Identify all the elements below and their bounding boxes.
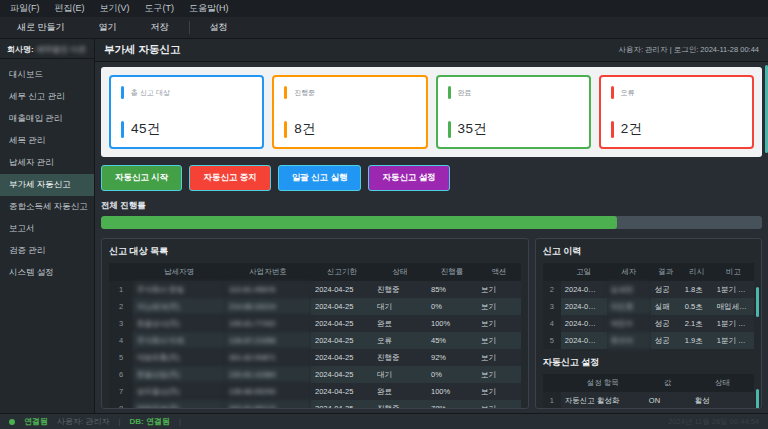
sidebar-item-sales-purchase-mgmt[interactable]: 매출매입 관리 [0, 108, 94, 130]
stat-value: 8건 [294, 120, 316, 138]
menu-file[interactable]: 파일(F) [10, 2, 40, 15]
due-date: 2024-04-25 [311, 281, 373, 298]
report-row[interactable]: 8 태영건설(주) 402-81-66173 2024-04-25 진행중 78… [109, 400, 521, 409]
col-report-date: 고일 [561, 263, 607, 281]
duration: 1.9초 [681, 332, 713, 349]
col-action: 액션 [477, 263, 521, 281]
menu-edit[interactable]: 편집(E) [55, 2, 85, 15]
stat-label: 총 신고 대상 [131, 88, 170, 98]
business-number: 135-86-55290 [225, 383, 311, 400]
due-date: 2024-04-25 [311, 332, 373, 349]
col-due-date: 신고기한 [311, 263, 373, 281]
stat-label: 완료 [458, 88, 472, 98]
sidebar-nav: 대시보드 세무 신고 관리 매출매입 관리 세목 관리 납세자 관리 부가세 자… [0, 59, 94, 284]
overall-progress-label: 전체 진행률 [101, 200, 762, 212]
report-row[interactable]: 4 주식회사 미래 128-87-21056 2024-04-25 오류 45%… [109, 332, 521, 349]
business-number: 402-81-66173 [225, 400, 311, 409]
stat-card-completed: 완료 35건 [436, 75, 591, 149]
settings-scrollbar[interactable] [756, 389, 759, 409]
auto-report-settings-button[interactable]: 자동신고 설정 [368, 165, 449, 191]
business-number: 220-81-10384 [225, 366, 311, 383]
save-button[interactable]: 저장 [134, 17, 186, 38]
sidebar-item-system-settings[interactable]: 시스템 설정 [0, 262, 94, 284]
row-number: 7 [109, 383, 133, 400]
sidebar-item-reports[interactable]: 보고서 [0, 218, 94, 240]
status: 완료 [373, 383, 427, 400]
row-number: 2 [543, 281, 561, 298]
page-title: 부가세 자동신고 [104, 43, 180, 57]
col-business-number: 사업자번호 [225, 263, 311, 281]
progress: 78% [427, 400, 477, 409]
view-action[interactable]: 보기 [477, 349, 521, 366]
row-number: 4 [109, 332, 133, 349]
open-button[interactable]: 열기 [82, 17, 134, 38]
business-number: 301-82-99871 [225, 349, 311, 366]
app-window: 파일(F) 편집(E) 보기(V) 도구(T) 도움말(H) 새로 만들기 열기… [0, 0, 768, 429]
status-separator: | [118, 417, 120, 426]
taxpayer: 이도현 [607, 298, 651, 315]
sidebar-item-tax-report-mgmt[interactable]: 세무 신고 관리 [0, 86, 94, 108]
history-row[interactable]: 2 2024-0… 김세진 성공 1.8초 1분기 … [543, 281, 754, 298]
stat-tick [448, 86, 451, 99]
history-scrollbar[interactable] [756, 287, 759, 317]
stat-label: 진행중 [294, 88, 315, 98]
report-row[interactable]: 6 한결산업(주) 220-81-10384 2024-04-25 대기 0% … [109, 366, 521, 383]
business-number: 214-86-33219 [225, 298, 311, 315]
view-action[interactable]: 보기 [477, 332, 521, 349]
sidebar-item-income-tax-auto-report[interactable]: 종합소득세 자동신고 [0, 196, 94, 218]
menu-view[interactable]: 보기(V) [100, 2, 130, 15]
view-action[interactable]: 보기 [477, 298, 521, 315]
report-row[interactable]: 7 성우물산(주) 135-86-55290 2024-04-25 완료 100… [109, 383, 521, 400]
sidebar-item-taxpayer-mgmt[interactable]: 납세자 관리 [0, 152, 94, 174]
view-action[interactable]: 보기 [477, 315, 521, 332]
menu-tools[interactable]: 도구(T) [145, 2, 175, 15]
start-auto-report-button[interactable]: 자동신고 시작 [101, 165, 182, 191]
stat-value: 35건 [458, 120, 488, 138]
report-list-panel: 신고 대상 목록 납세자명 사업자번호 신고기한 상태 진행률 [101, 238, 529, 409]
taxpayer-name: 한울상사(주) [133, 315, 225, 332]
view-action[interactable]: 보기 [477, 400, 521, 409]
report-row[interactable]: 1 주식회사 한빛 110-81-45678 2024-04-25 진행중 85… [109, 281, 521, 298]
status-bar: 연결됨 사용자: 관리자 | DB: 연결됨 | 2024년 11월 28일 0… [0, 413, 768, 429]
report-row[interactable]: 2 이노테크(주) 214-86-33219 2024-04-25 대기 0% … [109, 298, 521, 315]
stat-tick [121, 86, 124, 99]
history-row[interactable]: 3 2024-0… 이도현 실패 0.5초 매입세… [543, 298, 754, 315]
status: 대기 [373, 366, 427, 383]
setting-row[interactable]: 1 자동신고 활성화 ON 활성 [543, 392, 754, 409]
progress: 0% [427, 366, 477, 383]
actions-row: 자동신고 시작 자동신고 중지 일괄 신고 실행 자동신고 설정 [101, 165, 762, 191]
view-action[interactable]: 보기 [477, 281, 521, 298]
taxpayer-name: 이노테크(주) [133, 298, 225, 315]
report-row[interactable]: 3 한울상사(주) 105-81-77432 2024-04-25 완료 100… [109, 315, 521, 332]
col-value: 값 [645, 374, 691, 392]
stat-card-errors: 오류 2건 [599, 75, 754, 149]
settings-button[interactable]: 설정 [193, 17, 245, 38]
taxpayer-name: 태영건설(주) [133, 400, 225, 409]
menu-help[interactable]: 도움말(H) [189, 2, 229, 15]
history-row[interactable]: 5 2024-0… 최수아 성공 1.9초 1분기 … [543, 332, 754, 349]
sidebar-item-validation-mgmt[interactable]: 검증 관리 [0, 240, 94, 262]
due-date: 2024-04-25 [311, 349, 373, 366]
stop-auto-report-button[interactable]: 자동신고 중지 [189, 165, 270, 191]
report-row[interactable]: 5 대성유통(주) 301-82-99871 2024-04-25 진행중 92… [109, 349, 521, 366]
business-number: 105-81-77432 [225, 315, 311, 332]
batch-report-button[interactable]: 일괄 신고 실행 [278, 165, 362, 191]
history-row[interactable]: 4 2024-0… 박민수 성공 2.1초 1분기 … [543, 315, 754, 332]
report-list-table: 납세자명 사업자번호 신고기한 상태 진행률 액션 1 [109, 263, 521, 409]
status: 진행중 [373, 349, 427, 366]
note: 1분기 … [713, 332, 754, 349]
sidebar-item-tax-item-mgmt[interactable]: 세목 관리 [0, 130, 94, 152]
sidebar-item-dashboard[interactable]: 대시보드 [0, 64, 94, 86]
progress: 85% [427, 281, 477, 298]
status: 대기 [373, 298, 427, 315]
view-action[interactable]: 보기 [477, 383, 521, 400]
sidebar-item-vat-auto-report[interactable]: 부가세 자동신고 [0, 174, 94, 196]
new-button[interactable]: 새로 만들기 [0, 17, 82, 38]
stat-tick [611, 121, 614, 138]
col-status: 상태 [373, 263, 427, 281]
history-table: 고일 세자 결과 리시 비고 2 2024-0… [543, 263, 754, 349]
result: 성공 [651, 315, 681, 332]
toolbar-divider [189, 21, 190, 34]
view-action[interactable]: 보기 [477, 366, 521, 383]
row-number: 1 [109, 281, 133, 298]
